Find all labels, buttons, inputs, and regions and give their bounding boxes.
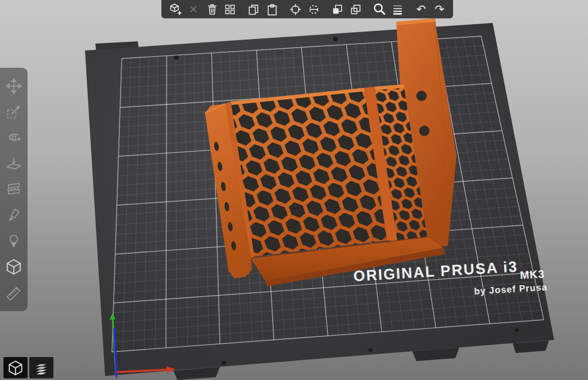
scale-icon	[6, 104, 22, 120]
stacked-squares-icon	[331, 3, 343, 15]
ruler-icon	[6, 285, 22, 301]
move-tool-button[interactable]	[4, 77, 24, 95]
editor-cube-icon	[7, 360, 24, 376]
rotate-icon	[6, 130, 22, 146]
add-object-icon	[169, 3, 181, 15]
plate-hole	[419, 126, 430, 136]
cut-icon	[6, 181, 22, 197]
crosshair-icon	[289, 3, 301, 15]
redo-button[interactable]: ↷	[432, 2, 447, 17]
brush-icon	[6, 207, 22, 223]
cut-tool-button[interactable]	[4, 180, 24, 199]
top-toolbar: ↶ ↷	[161, 0, 453, 18]
slicer-3d-viewport[interactable]: ORIGINAL PRUSA i3 MK3 by Josef Prusa	[0, 0, 588, 380]
arrange-grid-icon	[224, 3, 236, 15]
search-button[interactable]	[372, 2, 387, 17]
split-to-parts-button[interactable]	[306, 2, 322, 17]
honeycomb-panel	[231, 88, 387, 257]
outline-squares-icon	[350, 3, 362, 15]
redo-icon: ↷	[435, 3, 444, 15]
seam-pin-icon	[6, 233, 22, 249]
scene-canvas[interactable]: ORIGINAL PRUSA i3 MK3 by Josef Prusa	[0, 0, 588, 380]
undo-button[interactable]: ↶	[413, 2, 429, 17]
paste-button[interactable]	[264, 2, 280, 17]
remove-object-button[interactable]	[185, 2, 201, 17]
copy-icon	[247, 3, 260, 15]
left-toolbar	[0, 68, 28, 311]
move-icon	[6, 78, 22, 94]
delete-all-button[interactable]	[204, 2, 219, 17]
editor-3d-view-button[interactable]	[3, 357, 28, 378]
split-to-objects-button[interactable]	[288, 2, 303, 17]
view-toggle	[3, 357, 53, 378]
place-on-face-icon	[6, 156, 22, 172]
layers-preview-view-button[interactable]	[29, 357, 53, 378]
add-object-button[interactable]	[167, 2, 183, 17]
scale-tool-button[interactable]	[4, 103, 24, 121]
arrange-button[interactable]	[222, 2, 238, 17]
seam-tool-button[interactable]	[4, 232, 24, 250]
variable-layer-height-button[interactable]	[390, 2, 405, 17]
solid-cube-tool-button[interactable]	[4, 258, 24, 276]
rotate-tool-button[interactable]	[4, 129, 24, 147]
place-on-face-tool-button[interactable]	[4, 154, 24, 173]
search-icon	[373, 2, 386, 16]
layers-stack-icon	[33, 360, 50, 376]
dashed-circle-icon	[308, 3, 320, 15]
trash-icon	[206, 3, 218, 15]
paste-icon	[266, 3, 278, 15]
cube-icon	[5, 258, 22, 276]
paint-supports-tool-button[interactable]	[4, 206, 24, 224]
remove-instance-button[interactable]	[348, 2, 363, 17]
plate-hole	[416, 91, 427, 101]
undo-icon: ↶	[416, 3, 426, 15]
bed-variant-text: MK3	[520, 267, 545, 281]
copy-button[interactable]	[246, 2, 261, 17]
measure-tool-button[interactable]	[4, 284, 24, 302]
remove-object-icon	[188, 3, 199, 15]
layer-lines-icon	[392, 3, 404, 15]
add-instance-button[interactable]	[330, 2, 345, 17]
